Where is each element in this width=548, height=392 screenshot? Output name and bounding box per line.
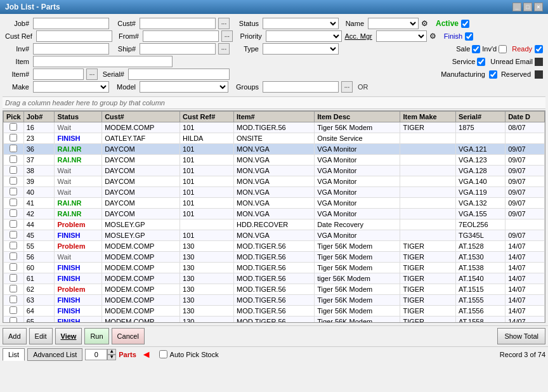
cust-cell: DAYCOM (102, 155, 180, 166)
edit-button[interactable]: Edit (29, 328, 53, 344)
gear-icon1[interactable]: ⚙ (421, 19, 428, 28)
table-row[interactable]: 41 RAI.NR DAYCOM 101 MON.VGA VGA Monitor… (4, 198, 545, 209)
type-select[interactable] (263, 43, 339, 55)
col-custref[interactable]: Cust Ref# (180, 112, 234, 122)
table-row[interactable]: 38 Wait DAYCOM 101 MON.VGA VGA Monitor V… (4, 166, 545, 176)
list-tab[interactable]: List (3, 348, 25, 361)
table-row[interactable]: 63 FINISH MODEM.COMP 130 MOD.TIGER.56 Ti… (4, 295, 545, 306)
cust-cell: MODEM.COMP (102, 263, 180, 273)
status-select[interactable] (263, 18, 339, 29)
itemnum-dots-btn[interactable]: ··· (86, 69, 98, 80)
job-input[interactable] (33, 18, 109, 29)
table-row[interactable]: 62 Problem MODEM.COMP 130 MOD.TIGER.56 T… (4, 284, 545, 295)
groups-input[interactable] (263, 81, 339, 93)
table-row[interactable]: 23 FINISH OATLEY.TAF HILDA ONSITE Onsite… (4, 133, 545, 144)
pick-cell[interactable] (4, 133, 24, 144)
table-row[interactable]: 16 Wait MODEM.COMP 101 MOD.TIGER.56 Tige… (4, 122, 545, 133)
table-row[interactable]: 56 Wait MODEM.COMP 130 MOD.TIGER.56 Tige… (4, 252, 545, 263)
table-row[interactable]: 40 Wait DAYCOM 101 MON.VGA VGA Monitor V… (4, 187, 545, 198)
table-row[interactable]: 65 FINISH MODEM.COMP 130 MOD.TIGER.56 Ti… (4, 317, 545, 323)
col-date[interactable]: Date D (506, 112, 545, 122)
pick-cell[interactable] (4, 252, 24, 263)
inv-input[interactable] (33, 43, 109, 55)
cust-dots-btn[interactable]: ··· (218, 18, 230, 29)
make-select[interactable] (33, 81, 109, 93)
from-dots-btn[interactable]: ··· (221, 30, 233, 42)
table-row[interactable]: 60 FINISH MODEM.COMP 130 MOD.TIGER.56 Ti… (4, 263, 545, 273)
pick-cell[interactable] (4, 230, 24, 241)
ship-input[interactable] (140, 43, 216, 55)
table-row[interactable]: 61 FINISH MODEM.COMP 130 MOD.TIGER.56 ti… (4, 273, 545, 284)
advanced-list-tab[interactable]: Advanced List (27, 348, 82, 361)
col-cust[interactable]: Cust# (102, 112, 180, 122)
pick-cell[interactable] (4, 155, 24, 166)
pick-cell[interactable] (4, 263, 24, 273)
col-serial[interactable]: Serial# (456, 112, 506, 122)
pick-cell[interactable] (4, 187, 24, 198)
cust-input[interactable] (140, 18, 216, 29)
col-pick[interactable]: Pick (4, 112, 24, 122)
pick-cell[interactable] (4, 284, 24, 295)
manufacturing-checkbox[interactable] (489, 70, 497, 79)
custref-input[interactable] (36, 30, 112, 42)
pick-cell[interactable] (4, 306, 24, 317)
run-button[interactable]: Run (84, 328, 108, 344)
active-checkbox[interactable] (461, 20, 469, 28)
gear-icon2[interactable]: ⚙ (429, 32, 436, 41)
finish-checkbox[interactable] (465, 32, 473, 41)
col-job[interactable]: Job# (23, 112, 55, 122)
auto-pick-checkbox[interactable] (159, 350, 167, 358)
name-select[interactable] (368, 18, 419, 29)
table-row[interactable]: 37 RAI.NR DAYCOM 101 MON.VGA VGA Monitor… (4, 155, 545, 166)
pick-cell[interactable] (4, 295, 24, 306)
status-cell: RAI.NR (55, 198, 102, 209)
col-item[interactable]: Item# (234, 112, 315, 122)
table-row[interactable]: 64 FINISH MODEM.COMP 130 MOD.TIGER.56 Ti… (4, 306, 545, 317)
desc-cell: Date Recovery (315, 219, 400, 230)
pick-cell[interactable] (4, 273, 24, 284)
priority-select[interactable] (266, 30, 342, 42)
groups-dots-btn[interactable]: ··· (341, 81, 353, 93)
close-button[interactable]: × (534, 3, 543, 11)
table-row[interactable]: 45 FINISH MOSLEY.GP 101 MON.VGA VGA Moni… (4, 230, 545, 241)
minimize-button[interactable]: _ (512, 3, 521, 11)
spinner-input[interactable] (85, 349, 107, 360)
serial-input[interactable] (128, 69, 230, 80)
ship-dots-btn[interactable]: ··· (218, 43, 230, 55)
invd-checkbox[interactable] (499, 45, 507, 53)
pick-cell[interactable] (4, 209, 24, 219)
pick-cell[interactable] (4, 317, 24, 323)
col-make[interactable]: Item Make (400, 112, 456, 122)
pick-cell[interactable] (4, 198, 24, 209)
pick-cell[interactable] (4, 144, 24, 155)
table-row[interactable]: 39 Wait DAYCOM 101 MON.VGA VGA Monitor V… (4, 176, 545, 187)
accmgr-select[interactable] (376, 30, 427, 42)
pick-cell[interactable] (4, 166, 24, 176)
service-checkbox[interactable] (477, 58, 485, 66)
pick-cell[interactable] (4, 219, 24, 230)
table-row[interactable]: 42 RAI.NR DAYCOM 101 MON.VGA VGA Monitor… (4, 209, 545, 219)
model-select[interactable] (140, 81, 228, 93)
spinner-down[interactable]: ▼ (107, 355, 116, 360)
view-button[interactable]: View (55, 328, 82, 344)
spinner[interactable]: ▲ ▼ (85, 349, 116, 360)
table-row[interactable]: 55 Problem MODEM.COMP 130 MOD.TIGER.56 T… (4, 241, 545, 252)
table-row[interactable]: 44 Problem MOSLEY.GP HDD.RECOVER Date Re… (4, 219, 545, 230)
pick-cell[interactable] (4, 122, 24, 133)
col-desc[interactable]: Item Desc (315, 112, 400, 122)
from-input[interactable] (143, 30, 219, 42)
item-label-input[interactable] (33, 56, 173, 67)
col-status[interactable]: Status (55, 112, 102, 122)
ready-checkbox[interactable] (535, 45, 543, 53)
show-total-button[interactable]: Show Total (497, 328, 545, 344)
pick-cell[interactable] (4, 241, 24, 252)
maximize-button[interactable]: □ (523, 3, 532, 11)
pick-cell[interactable] (4, 176, 24, 187)
table-row[interactable]: 36 RAI.NR DAYCOM 101 MON.VGA VGA Monitor… (4, 144, 545, 155)
cancel-button[interactable]: Cancel (112, 328, 145, 344)
serial-cell: VGA.123 (456, 155, 506, 166)
itemnum-input[interactable] (33, 69, 84, 80)
sale-checkbox[interactable] (472, 45, 480, 53)
finish-label: Finish (444, 32, 462, 40)
add-button[interactable]: Add (3, 328, 27, 344)
